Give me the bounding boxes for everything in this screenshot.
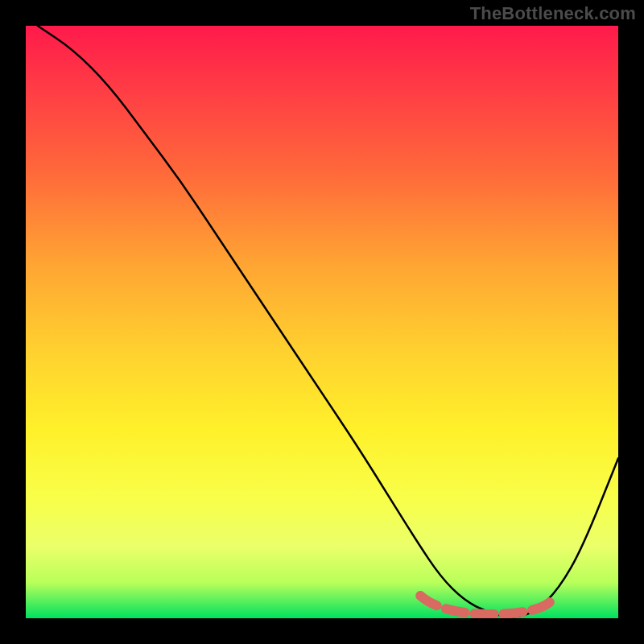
flat-bottom-marker — [420, 596, 550, 614]
watermark-text: TheBottleneck.com — [470, 3, 636, 24]
plot-area — [26, 26, 618, 618]
chart-svg — [26, 26, 618, 618]
chart-frame: TheBottleneck.com — [0, 0, 644, 644]
bottleneck-curve — [38, 26, 618, 617]
